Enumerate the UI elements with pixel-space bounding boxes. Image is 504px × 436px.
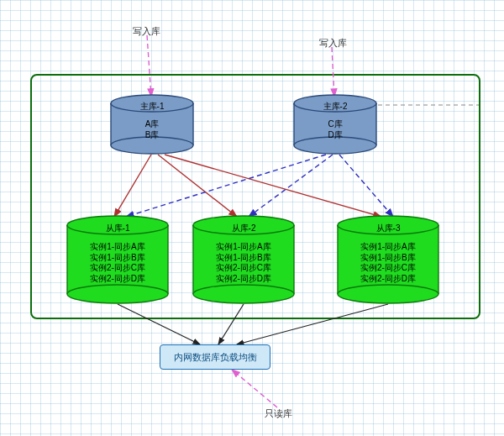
slave-db-2-line: 实例2-同步C库: [192, 263, 296, 274]
slave-db-1-line: 实例2-同步C库: [66, 263, 170, 274]
slave-db-2-line: 实例2-同步D库: [192, 274, 296, 285]
master-db-2-title: 主库-2: [292, 101, 378, 113]
load-balancer-box: 内网数据库负载均衡: [160, 344, 270, 370]
label-write-2: 写入库: [319, 37, 347, 50]
master-db-1-line: A库: [109, 119, 195, 130]
slave-db-3-line: 实例2-同步D库: [336, 274, 440, 285]
slave-db-2-line: 实例1-同步B库: [192, 253, 296, 264]
slave-db-2: 从库-2 实例1-同步A库 实例1-同步B库 实例2-同步C库 实例2-同步D库: [192, 215, 296, 304]
master-db-2: 主库-2 C库 D库: [292, 94, 378, 155]
svg-point-37: [338, 285, 438, 303]
svg-point-27: [67, 285, 168, 303]
master-db-2-line: C库: [292, 119, 378, 130]
label-write-1: 写入库: [133, 25, 160, 38]
slave-db-2-line: 实例1-同步A库: [192, 242, 296, 253]
master-db-2-line: D库: [292, 130, 378, 141]
master-db-1-line: B库: [109, 130, 195, 141]
slave-db-3-line: 实例1-同步A库: [336, 242, 440, 253]
diagram-canvas: 写入库 写入库 只读库: [0, 0, 504, 436]
slave-db-1-line: 实例2-同步D库: [66, 274, 170, 285]
slave-db-1-title: 从库-1: [66, 223, 170, 234]
master-db-1: 主库-1 A库 B库: [109, 94, 195, 155]
label-read: 只读库: [265, 407, 292, 420]
slave-db-1-line: 实例1-同步B库: [66, 253, 170, 264]
slave-db-3-line: 实例1-同步B库: [336, 253, 440, 264]
slave-db-2-title: 从库-2: [192, 223, 296, 234]
slave-db-3: 从库-3 实例1-同步A库 实例1-同步B库 实例2-同步C库 实例2-同步D库: [336, 215, 440, 304]
slave-db-1-body: 实例1-同步A库 实例1-同步B库 实例2-同步C库 实例2-同步D库: [66, 242, 170, 284]
load-balancer-label: 内网数据库负载均衡: [174, 351, 257, 364]
svg-line-12: [232, 370, 277, 407]
master-db-2-body: C库 D库: [292, 119, 378, 140]
slave-db-3-line: 实例2-同步C库: [336, 263, 440, 274]
master-db-1-title: 主库-1: [109, 101, 195, 113]
slave-db-1-line: 实例1-同步A库: [66, 242, 170, 253]
master-db-1-body: A库 B库: [109, 119, 195, 140]
slave-db-3-body: 实例1-同步A库 实例1-同步B库 实例2-同步C库 实例2-同步D库: [336, 242, 440, 284]
slave-db-3-title: 从库-3: [336, 223, 440, 234]
slave-db-2-body: 实例1-同步A库 实例1-同步B库 实例2-同步C库 实例2-同步D库: [192, 242, 296, 284]
slave-db-1: 从库-1 实例1-同步A库 实例1-同步B库 实例2-同步C库 实例2-同步D库: [66, 215, 170, 304]
svg-point-32: [193, 285, 294, 303]
